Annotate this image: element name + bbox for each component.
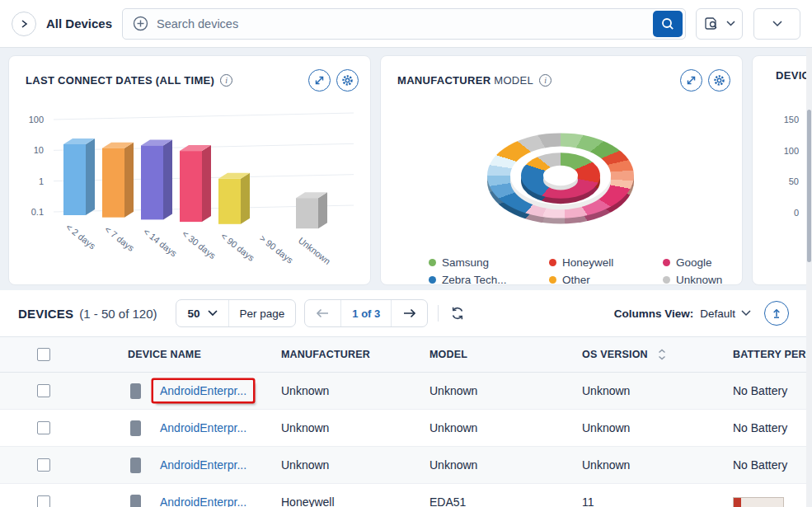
expand-panel-button[interactable]: [12, 12, 36, 36]
model-cell: Unknown: [425, 384, 577, 397]
row-checkbox[interactable]: [37, 495, 50, 507]
legend-label: Google: [676, 256, 712, 269]
svg-text:10: 10: [34, 145, 44, 155]
info-icon[interactable]: i: [539, 74, 552, 87]
row-checkbox[interactable]: [37, 384, 50, 397]
last-connect-card: LAST CONNECT DATES (ALL TIME) i 1001010.…: [8, 55, 371, 285]
battery-cell: No Battery: [728, 421, 812, 434]
os-version-cell: Unknown: [577, 421, 728, 434]
legend-label: Other: [562, 274, 590, 285]
manufacturer-cell: Unknown: [276, 421, 425, 434]
axis-tick-label: 150: [774, 115, 799, 124]
svg-text:< 30 days: < 30 days: [181, 228, 218, 261]
legend-item[interactable]: Other: [549, 271, 640, 285]
device-table-body: AndroidEnterpr...UnknownUnknownUnknownNo…: [0, 373, 812, 507]
device-icon: [130, 495, 141, 507]
legend-item[interactable]: Zebra Tech...: [429, 271, 526, 285]
select-all-checkbox[interactable]: [37, 348, 50, 361]
info-icon[interactable]: i: [220, 74, 232, 87]
device-name-link[interactable]: AndroidEnterpr...: [160, 421, 246, 434]
device-search: [122, 8, 686, 40]
more-actions-button[interactable]: [753, 8, 800, 40]
search-button[interactable]: [653, 11, 683, 37]
next-page-button[interactable]: [391, 300, 427, 326]
expand-chart-icon[interactable]: [308, 69, 331, 92]
legend-item[interactable]: Samsung: [429, 254, 526, 271]
device-name-link[interactable]: AndroidEnterpr...: [160, 495, 246, 507]
legend-dot: [429, 276, 436, 284]
table-row: AndroidEnterpr...HoneywellEDA5111: [0, 484, 812, 507]
model-cell: EDA51: [425, 495, 577, 507]
chevron-down-icon: [726, 21, 735, 26]
chart-settings-icon[interactable]: [336, 69, 359, 92]
prev-page-button[interactable]: [305, 300, 340, 326]
columns-view-select[interactable]: Default: [700, 307, 751, 320]
chart-title: MANUFACTURER MODEL: [397, 74, 533, 87]
per-page-label: Per page: [228, 300, 296, 326]
chevron-down-icon: [772, 21, 782, 27]
per-page-select[interactable]: 50: [176, 300, 228, 326]
vertical-scrollbar-track[interactable]: [806, 48, 812, 507]
battery-cell: [728, 495, 812, 507]
annotation-highlight: AndroidEnterpr...: [153, 380, 253, 401]
device-name-link[interactable]: AndroidEnterpr...: [160, 458, 246, 472]
chart-settings-icon[interactable]: [708, 69, 730, 92]
battery-cell: No Battery: [728, 384, 812, 397]
row-checkbox[interactable]: [37, 421, 50, 434]
axis-tick-label: 100: [774, 146, 799, 156]
per-page-control: 50 Per page: [176, 299, 296, 327]
chart-legend: SamsungHoneywellGoogleZebra Tech...Other…: [429, 254, 742, 285]
donut-ring: [543, 166, 578, 185]
devices-title: DEVICES: [18, 307, 73, 321]
svg-text:0.1: 0.1: [31, 207, 44, 217]
legend-label: Honeywell: [562, 256, 613, 269]
legend-item[interactable]: Unknown: [663, 271, 743, 285]
refresh-button[interactable]: [447, 303, 468, 324]
column-header-device-name[interactable]: DEVICE NAME: [120, 349, 276, 360]
columns-view-label: Columns View:: [614, 307, 694, 320]
svg-text:< 7 days: < 7 days: [103, 224, 137, 254]
devices-chart-card-partial: DEVICES 150100500: [752, 55, 812, 285]
top-bar: All Devices: [0, 0, 812, 48]
row-checkbox[interactable]: [37, 458, 50, 472]
svg-text:1: 1: [39, 176, 44, 186]
battery-value: No Battery: [733, 384, 787, 397]
pagination-control: 1 of 3: [304, 299, 428, 327]
sort-icon[interactable]: [658, 349, 666, 360]
search-icon: [660, 16, 675, 31]
legend-item[interactable]: Google: [663, 254, 743, 271]
chevron-right-icon: [20, 20, 28, 28]
expand-chart-icon[interactable]: [680, 69, 702, 92]
arrow-left-icon: [316, 308, 330, 318]
device-name-link[interactable]: AndroidEnterpr...: [160, 384, 246, 397]
column-header-battery[interactable]: BATTERY PERCENTAGE: [728, 349, 812, 360]
battery-value: No Battery: [733, 421, 787, 434]
export-button[interactable]: [764, 301, 789, 326]
columns-view-control: Columns View: Default: [614, 307, 751, 320]
battery-cell: No Battery: [728, 458, 812, 472]
legend-dot: [663, 276, 670, 284]
manufacturer-donut-chart: [381, 96, 742, 241]
saved-searches-button[interactable]: [696, 8, 743, 40]
column-header-model[interactable]: MODEL: [425, 349, 577, 360]
column-header-os-version[interactable]: OS VERSION: [577, 349, 728, 360]
column-header-manufacturer[interactable]: MANUFACTURER: [276, 349, 425, 360]
legend-item[interactable]: Honeywell: [549, 254, 640, 271]
device-icon: [130, 420, 141, 436]
battery-bar: [733, 497, 784, 507]
device-icon: [130, 458, 141, 473]
manufacturer-cell: Unknown: [276, 458, 425, 472]
refresh-icon: [450, 306, 465, 321]
manufacturer-cell: Unknown: [276, 384, 425, 397]
add-criteria-icon[interactable]: [133, 16, 148, 31]
chevron-down-icon: [208, 310, 218, 317]
axis-tick-label: 50: [774, 176, 799, 186]
devices-panel: DEVICES (1 - 50 of 120) 50 Per page 1 of…: [0, 290, 812, 507]
search-input[interactable]: [157, 17, 645, 31]
devices-toolbar: DEVICES (1 - 50 of 120) 50 Per page 1 of…: [0, 290, 812, 336]
model-cell: Unknown: [425, 458, 577, 472]
table-row: AndroidEnterpr...UnknownUnknownUnknownNo…: [0, 410, 812, 447]
legend-label: Zebra Tech...: [442, 274, 507, 285]
svg-text:100: 100: [29, 115, 44, 124]
vertical-scrollbar-thumb[interactable]: [807, 110, 811, 262]
